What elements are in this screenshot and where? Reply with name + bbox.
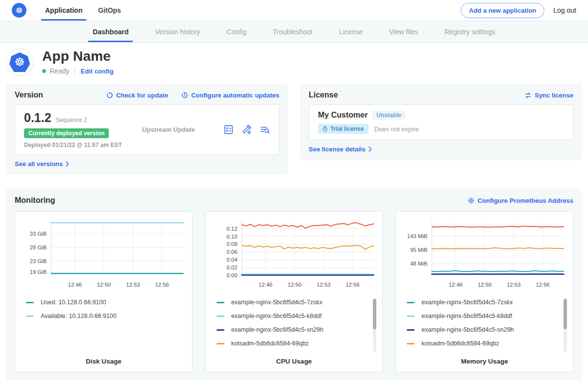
add-application-button[interactable]: Add a new application [461, 3, 544, 18]
refresh-icon [106, 92, 113, 99]
svg-text:12:53: 12:53 [507, 282, 520, 288]
trial-license-label: Trial license [330, 125, 364, 132]
update-type-label: Upstream Update [129, 126, 223, 133]
configure-prometheus-link[interactable]: Configure Prometheus Address [467, 197, 573, 204]
app-sub-nav: Dashboard Version history Config Trouble… [0, 21, 588, 43]
disk-usage-card: 19 GiB23 GiB28 GiB33 GiB12:4612:5012:531… [15, 211, 193, 372]
cpu-usage-legend: example-nginx-5bc6f5d4c5-7zskxexample-ng… [211, 297, 378, 355]
status-dot-icon [42, 69, 46, 73]
memory-usage-card: 48 MiB95 MiB143 MiB12:4612:5012:5312:56 … [395, 211, 573, 372]
legend-item: example-nginx-5bc6f5d4c5-sn29h [407, 326, 561, 333]
configure-prometheus-label: Configure Prometheus Address [478, 197, 573, 204]
legend-item: Available: 10.128.0.66:9100 [26, 313, 180, 319]
configure-automatic-updates-label: Configure automatic updates [191, 92, 279, 99]
svg-text:12:46: 12:46 [449, 282, 463, 288]
legend-color-dash [407, 343, 415, 344]
check-for-update-link[interactable]: Check for update [106, 92, 168, 99]
view-diff-button[interactable] [260, 124, 270, 135]
top-nav-right: Add a new application Log out [461, 0, 576, 21]
sequence-label: Sequence 2 [56, 117, 87, 123]
lines-magnifier-icon [260, 124, 270, 135]
svg-text:28 GiB: 28 GiB [30, 244, 47, 250]
legend-label: example-nginx-5bc6f5d4c5-sn29h [421, 326, 514, 333]
legend-label: example-nginx-5bc6f5d4c5-k8ddf [231, 313, 322, 319]
disk-usage-chart: 19 GiB23 GiB28 GiB33 GiB12:4612:5012:531… [20, 216, 187, 294]
kubernetes-logo-icon: ☸ [12, 3, 26, 18]
wrench-gear-icon [242, 124, 252, 135]
tab-application[interactable]: Application [37, 0, 90, 21]
memory-usage-legend: example-nginx-5bc6f5d4c5-7zskxexample-ng… [401, 297, 568, 355]
app-avatar: ☸ [6, 49, 33, 76]
tab-registry-settings-label: Registry settings [444, 28, 495, 36]
legend-color-dash [407, 329, 415, 331]
legend-label: example-nginx-5bc6f5d4c5-sn29h [231, 326, 323, 333]
tab-troubleshoot-label: Troubleshoot [273, 28, 313, 36]
tab-license[interactable]: License [326, 21, 376, 42]
legend-item: Used: 10.128.0.66:9100 [26, 299, 180, 306]
svg-text:12:56: 12:56 [155, 282, 169, 288]
license-card: License Sync license My Customer Unstabl… [300, 84, 582, 160]
legend-color-dash [217, 329, 224, 331]
edit-config-link[interactable]: Edit config [80, 68, 113, 75]
chevron-right-icon [66, 161, 69, 167]
svg-text:0.02: 0.02 [226, 265, 237, 270]
tab-gitops[interactable]: GitOps [90, 0, 129, 21]
svg-text:12:53: 12:53 [317, 282, 330, 288]
cpu-usage-card: 0.000.020.040.060.080.100.1212:4612:5012… [205, 211, 383, 372]
channel-badge: Unstable [372, 111, 405, 120]
svg-text:12:50: 12:50 [97, 282, 111, 288]
tab-config-label: Config [226, 28, 246, 36]
see-license-details-link[interactable]: See license details [309, 146, 372, 153]
kubernetes-wheel-glyph: ☸ [14, 56, 25, 68]
tab-config[interactable]: Config [213, 21, 259, 42]
top-nav: ☸ Application GitOps Add a new applicati… [0, 0, 588, 21]
legend-scrollbar-thumb[interactable] [564, 299, 567, 329]
configure-automatic-updates-link[interactable]: Configure automatic updates [181, 92, 279, 99]
legend-label: kotsadm-5db6dc6584-69qbz [231, 340, 309, 347]
check-for-update-label: Check for update [116, 92, 168, 99]
sync-icon [524, 92, 532, 99]
svg-text:12:50: 12:50 [478, 282, 491, 288]
legend-item: example-nginx-5bc6f5d4c5-7zskx [407, 299, 561, 306]
tab-dashboard[interactable]: Dashboard [79, 21, 142, 42]
legend-scrollbar[interactable] [564, 298, 567, 352]
legend-item: example-nginx-5bc6f5d4c5-sn29h [217, 326, 371, 333]
legend-item: kotsadm-5db6dc6584-69qbz [217, 340, 371, 347]
svg-text:48 MiB: 48 MiB [410, 261, 427, 267]
svg-text:0.04: 0.04 [226, 257, 237, 263]
svg-text:23 GiB: 23 GiB [30, 258, 47, 264]
page-title: App Name [42, 49, 114, 64]
legend-scrollbar[interactable] [373, 298, 376, 352]
version-card: Version Check for update Configure autom… [6, 84, 288, 175]
svg-text:0.10: 0.10 [226, 234, 237, 240]
svg-text:19 GiB: 19 GiB [30, 269, 47, 275]
stopwatch-icon [322, 126, 328, 132]
kubernetes-app-icon: ☸ [9, 52, 30, 72]
legend-label: example-nginx-5bc6f5d4c5-7zskx [231, 299, 322, 306]
monitoring-section: Monitoring Configure Prometheus Address … [6, 189, 582, 380]
see-all-versions-link[interactable]: See all versions [15, 160, 69, 168]
legend-color-dash [217, 302, 224, 303]
logout-button[interactable]: Log out [553, 6, 576, 14]
version-number: 0.1.2 [24, 111, 51, 125]
tab-view-files[interactable]: View files [376, 21, 431, 42]
tab-version-history[interactable]: Version history [142, 21, 213, 42]
current-version-card: 0.1.2 Sequence 2 Currently deployed vers… [15, 104, 279, 155]
gear-icon [467, 197, 475, 204]
tab-version-history-label: Version history [155, 28, 200, 36]
svg-text:33 GiB: 33 GiB [30, 231, 47, 237]
chevron-right-icon [368, 146, 372, 152]
config-wrench-button[interactable] [242, 124, 252, 135]
svg-text:143 MiB: 143 MiB [407, 233, 428, 239]
legend-scrollbar-thumb[interactable] [373, 299, 376, 329]
tab-dashboard-label: Dashboard [93, 28, 128, 36]
version-card-title: Version [15, 91, 43, 99]
preflight-checks-button[interactable] [223, 124, 234, 135]
sync-license-link[interactable]: Sync license [524, 92, 573, 99]
svg-text:12:50: 12:50 [288, 282, 301, 288]
tab-troubleshoot[interactable]: Troubleshoot [260, 21, 326, 42]
legend-color-dash [26, 302, 34, 303]
tab-registry-settings[interactable]: Registry settings [431, 21, 508, 42]
legend-label: kotsadm-5db6dc6584-69qbz [421, 340, 499, 347]
cpu-usage-title: CPU Usage [211, 358, 378, 365]
